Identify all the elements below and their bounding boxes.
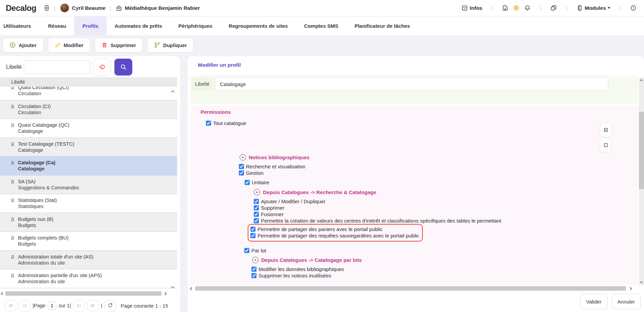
collapse-toggle[interactable] — [254, 189, 260, 195]
tab-utilisateurs[interactable]: Utilisateurs — [3, 17, 40, 35]
profile-subtitle: Catalogage — [18, 147, 74, 153]
tout-catalogue-checkbox-row: Tout catalogue — [206, 120, 246, 126]
tab-regroupements-de-sites[interactable]: Regroupements de sites — [221, 17, 296, 35]
filter-input[interactable] — [24, 60, 90, 74]
filter-row: Libellé — [0, 59, 180, 76]
first-page-icon — [8, 303, 13, 308]
tab-planificateur-de-taches[interactable]: Planificateur de tâches — [346, 17, 418, 35]
modifier-button[interactable]: Modifier — [48, 38, 90, 53]
profile-subtitle: Budgets — [18, 222, 53, 228]
permission-checkbox[interactable] — [239, 164, 244, 169]
next-page-icon — [76, 303, 82, 308]
actions-toolbar: Ajouter Modifier Supprimer Dupliquer — [0, 35, 644, 55]
tout-catalogue-checkbox[interactable] — [206, 121, 211, 126]
signal-beacon-icon[interactable] — [513, 5, 519, 11]
profile-title: Quasi Catalogage (QC) — [18, 122, 70, 128]
header-separator: | — [540, 5, 541, 11]
profile-row[interactable]: Budgets nus (B)Budgets — [0, 213, 177, 232]
profile-row-selected[interactable]: Catalogage (Ca)Catalogage — [0, 157, 177, 175]
page-total-label: sur 1| — [59, 303, 71, 308]
scroll-up-arrow[interactable] — [170, 89, 175, 93]
scroll-right-arrow[interactable] — [164, 292, 168, 296]
dupliquer-button[interactable]: Dupliquer — [147, 38, 194, 53]
permission-checkbox[interactable] — [244, 248, 249, 253]
search-button[interactable] — [114, 59, 132, 76]
valider-button[interactable]: Valider — [580, 294, 607, 309]
page-number-input[interactable] — [48, 301, 56, 310]
scroll-left-arrow[interactable] — [0, 292, 4, 296]
profile-row[interactable]: Quasi Circulation (QCI)Circulation — [0, 87, 177, 100]
user-chip[interactable]: Cyril Beaume — [60, 3, 106, 13]
tab-comptes-sms[interactable]: Comptes SMS — [296, 17, 346, 35]
page-range-summary: Page courante 1 - 15 — [120, 303, 168, 309]
supprimer-button[interactable]: Supprimer — [95, 38, 143, 53]
scroll-right-arrow[interactable] — [629, 287, 633, 291]
permission-checkbox[interactable] — [254, 205, 259, 210]
profile-row[interactable]: SA (SA)Suggestions & Commandes — [0, 175, 177, 194]
user-icon — [10, 236, 15, 242]
profile-row[interactable]: Test Catalogage (TESTC)Catalogage — [0, 138, 177, 157]
permission-checkbox[interactable] — [239, 170, 244, 175]
main-tab-bar: Utilisateurs Réseau Profils Automates de… — [0, 17, 644, 35]
scroll-down-arrow[interactable] — [639, 280, 644, 284]
profile-row[interactable]: Statistiques (Stat)Statistiques — [0, 194, 177, 213]
permission-checkbox[interactable] — [245, 180, 250, 185]
profile-row[interactable]: Administration partielle d'un site (APS)… — [0, 269, 177, 288]
ajouter-button[interactable]: Ajouter — [3, 38, 43, 53]
next-page-button[interactable] — [73, 300, 85, 311]
permission-checkbox[interactable] — [254, 199, 259, 204]
profile-title: Statistiques (Stat) — [18, 197, 57, 203]
tab-automates-de-prets[interactable]: Automates de prêts — [107, 17, 170, 35]
collapse-toggle[interactable] — [240, 154, 246, 161]
library-chip[interactable]: Médiathèque Benjamin Rabier — [116, 5, 200, 11]
check-all-button[interactable] — [600, 123, 611, 137]
profiles-list: Quasi Circulation (QCI)Circulation Circu… — [0, 87, 177, 290]
permission-checkbox[interactable] — [254, 218, 259, 223]
clear-filter-button[interactable] — [93, 59, 111, 76]
permission-checkbox[interactable] — [250, 227, 255, 232]
uncheck-all-button[interactable] — [600, 138, 611, 152]
user-icon — [10, 180, 15, 186]
modules-menu[interactable]: Modules — [576, 5, 610, 11]
scroll-left-arrow[interactable] — [189, 287, 193, 291]
tab-profils[interactable]: Profils — [74, 17, 107, 35]
libelle-field-input[interactable] — [215, 77, 608, 91]
prev-page-button[interactable] — [19, 300, 30, 311]
user-icon — [10, 104, 15, 110]
library-name: Médiathèque Benjamin Rabier — [125, 5, 200, 11]
collapse-toggle[interactable] — [252, 257, 259, 263]
windows-overlap-icon[interactable] — [550, 5, 557, 11]
document-icon[interactable] — [502, 5, 508, 11]
scroll-up-arrow[interactable] — [639, 79, 644, 82]
form-action-buttons: Valider Annuler — [580, 294, 641, 309]
profile-row[interactable]: Quasi Catalogage (QC)Catalogage — [0, 119, 177, 138]
alert-info-icon[interactable] — [630, 5, 637, 11]
user-name: Cyril Beaume — [72, 5, 106, 11]
permission-checkbox[interactable] — [254, 212, 259, 217]
profile-row[interactable]: Budgets complets (BU)Budgets — [0, 232, 177, 251]
permission-checkbox[interactable] — [251, 267, 257, 272]
permission-checkbox-row: Gestion — [239, 170, 264, 176]
profile-row[interactable]: Circulation (CI)Circulation — [0, 100, 177, 119]
profile-row[interactable]: Administration totale d'un site (AS)Admi… — [0, 251, 177, 270]
last-page-button[interactable] — [87, 300, 99, 311]
horizontal-scroll-thumb[interactable] — [5, 291, 162, 296]
scroll-down-arrow[interactable] — [170, 285, 175, 289]
permission-checkbox-row: Supprimer — [254, 205, 284, 211]
horizontal-scroll-thumb[interactable] — [195, 286, 626, 291]
notifications-bell-icon[interactable] — [524, 5, 531, 11]
vertical-scroll-thumb[interactable] — [639, 112, 644, 189]
permission-checkbox[interactable] — [251, 273, 257, 278]
device-icon[interactable] — [43, 5, 50, 11]
first-page-button[interactable] — [5, 300, 16, 311]
tab-reseau[interactable]: Réseau — [40, 17, 74, 35]
permission-checkbox-row: Fusionner — [254, 211, 284, 217]
permission-checkbox[interactable] — [250, 233, 255, 238]
annuler-button[interactable]: Annuler — [612, 294, 641, 309]
profile-editor-panel: Modifier un profil Libellé Permissions T… — [188, 56, 644, 312]
refresh-button[interactable] — [105, 300, 116, 311]
tab-peripheriques[interactable]: Périphériques — [170, 17, 221, 35]
profile-subtitle: Budgets — [18, 241, 69, 247]
infos-button[interactable]: Infos — [461, 5, 482, 11]
modules-label: Modules — [585, 5, 606, 11]
